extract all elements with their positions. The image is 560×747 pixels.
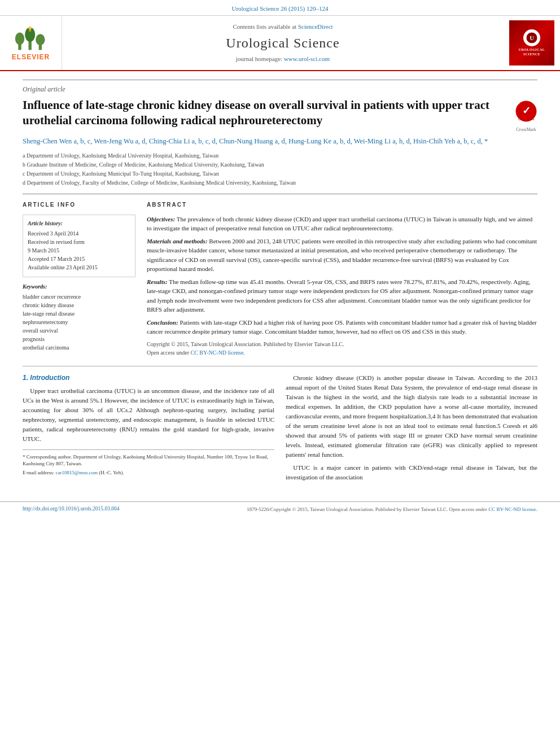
body-para2: Chronic kidney disease (CKD) is another …	[286, 373, 537, 460]
keywords-label: Keywords:	[23, 283, 135, 291]
article-title-section: Influence of late-stage chronic kidney d…	[23, 98, 537, 129]
crossmark-label: CrossMark	[515, 126, 537, 133]
affiliation-d: d Department of Urology, Faculty of Medi…	[23, 178, 537, 187]
keyword-6: prognosis	[23, 335, 135, 343]
objectives-label: Objectives:	[147, 216, 175, 222]
cc-license-link[interactable]: CC BY-NC-ND license.	[190, 350, 244, 356]
svg-text:U: U	[530, 35, 533, 41]
svg-point-5	[36, 34, 45, 45]
two-col-section: ARTICLE INFO Article history: Received 3…	[23, 194, 537, 357]
conclusion-label: Conclusion:	[147, 319, 178, 326]
journal-homepage: journal homepage: www.urol-sci.com	[236, 55, 330, 63]
intro-title: Introduction	[30, 374, 69, 382]
conclusion-text: Patients with late-stage CKD had a highe…	[147, 319, 537, 335]
affiliations: a Department of Urology, Kaohsiung Medic…	[23, 151, 537, 187]
article-content: Original article Influence of late-stage…	[0, 71, 560, 497]
corresponding-text: * Corresponding author. Department of Ur…	[23, 453, 274, 468]
elsevier-wordmark: ELSEVIER	[12, 53, 50, 62]
journal-title-section: Contents lists available at ScienceDirec…	[62, 16, 504, 70]
crossmark[interactable]: ✓ CrossMark CrossMark	[515, 100, 537, 123]
svg-text:CrossMark: CrossMark	[518, 117, 535, 121]
keyword-7: urothelial carcinoma	[23, 344, 135, 352]
article-info-heading: ARTICLE INFO	[23, 201, 135, 209]
footnote-corresponding: * Corresponding author. Department of Ur…	[23, 453, 274, 477]
homepage-label: journal homepage:	[236, 55, 282, 62]
body-para3: UTUC is a major cancer in patients with …	[286, 463, 537, 482]
logo-circle: U	[523, 29, 540, 46]
abstract-column: ABSTRACT Objectives: The prevalence of b…	[147, 201, 537, 357]
bottom-bar: http://dx.doi.org/10.1016/j.urols.2015.0…	[0, 501, 560, 516]
journal-logo-section: U UROLOGICAL SCIENCE	[504, 16, 560, 70]
svg-point-3	[15, 33, 24, 45]
open-access-label: Open access under	[147, 350, 189, 356]
sciencedirect-anchor[interactable]: ScienceDirect	[298, 23, 333, 30]
objectives-text: The prevalence of both chronic kidney di…	[147, 216, 532, 232]
doi-link[interactable]: http://dx.doi.org/10.1016/j.urols.2015.0…	[23, 506, 120, 512]
journal-title: Urological Science	[226, 34, 339, 53]
email-label: E-mail address:	[23, 470, 54, 475]
conclusion-para: Conclusion: Patients with late-stage CKD…	[147, 318, 537, 337]
article-history-label: Article history:	[28, 220, 130, 228]
keyword-1: bladder cancer recurrence	[23, 293, 135, 301]
abstract-heading: ABSTRACT	[147, 201, 537, 209]
svg-point-7	[28, 27, 31, 29]
journal-banner: Urological Science 26 (2015) 120–124	[0, 0, 560, 16]
results-para: Results: The median follow-up time was 4…	[147, 277, 537, 314]
intro-section-title: 1. Introduction	[23, 373, 274, 383]
intro-body-text: Upper tract urothelial carcinoma (UTUC) …	[23, 386, 274, 444]
footnotes-section: * Corresponding author. Department of Ur…	[23, 449, 274, 477]
methods-label: Materials and methods:	[147, 238, 208, 244]
copyright-text: Copyright © 2015, Taiwan Urological Asso…	[147, 340, 537, 357]
results-label: Results:	[147, 278, 168, 285]
page: Urological Science 26 (2015) 120–124	[0, 0, 560, 747]
objectives-para: Objectives: The prevalence of both chron…	[147, 215, 537, 233]
logo-text-line2: SCIENCE	[523, 53, 540, 57]
keywords-list: bladder cancer recurrence chronic kidney…	[23, 293, 135, 352]
doi-line: http://dx.doi.org/10.1016/j.urols.2015.0…	[23, 505, 120, 513]
journal-header: ELSEVIER Contents lists available at Sci…	[0, 16, 560, 71]
keyword-5: overall survival	[23, 327, 135, 335]
issn-line: 1879-5226/Copyright © 2015, Taiwan Urolo…	[247, 506, 537, 513]
article-type: Original article	[23, 80, 537, 94]
received-date: Received 3 April 2014	[28, 230, 130, 238]
elsevier-logo: ELSEVIER	[11, 24, 51, 62]
journal-citation: Urological Science 26 (2015) 120–124	[231, 5, 328, 12]
email-link[interactable]: car10815@msn.com	[55, 470, 98, 475]
affiliation-a: a Department of Urology, Kaohsiung Medic…	[23, 151, 537, 160]
article-history-box: Article history: Received 3 April 2014 R…	[23, 215, 135, 277]
sciencedirect-label: Contents lists available at	[233, 23, 296, 30]
results-text: The median follow-up time was 45.41 mont…	[147, 278, 533, 313]
elsevier-logo-section: ELSEVIER	[0, 16, 62, 70]
email-line: E-mail address: car10815@msn.com (H.-C. …	[23, 469, 274, 477]
body-col-right: Chronic kidney disease (CKD) is another …	[286, 373, 537, 486]
crossmark-icon: ✓ CrossMark	[515, 100, 537, 123]
revised-date: 9 March 2015	[28, 247, 130, 255]
issn-text: 1879-5226/Copyright © 2015, Taiwan Urolo…	[247, 506, 487, 512]
svg-text:✓: ✓	[522, 105, 531, 116]
logo-icon: U	[525, 31, 539, 45]
keywords-section: Keywords: bladder cancer recurrence chro…	[23, 283, 135, 352]
available-online: Available online 23 April 2015	[28, 264, 130, 272]
logo-text-line1: UROLOGICAL	[519, 48, 545, 53]
bottom-cc-link[interactable]: CC BY-NC-ND license.	[488, 506, 537, 512]
affiliation-c: c Department of Urology, Kaohsiung Munic…	[23, 169, 537, 178]
journal-logo-box: U UROLOGICAL SCIENCE	[509, 20, 554, 65]
homepage-link[interactable]: www.urol-sci.com	[284, 55, 330, 62]
received-revised-label: Received in revised form	[28, 238, 130, 246]
methods-para: Materials and methods: Between 2000 and …	[147, 237, 537, 274]
body-right-text: Chronic kidney disease (CKD) is another …	[286, 373, 537, 483]
copyright-statement: Copyright © 2015, Taiwan Urological Asso…	[147, 341, 344, 347]
affiliation-b: b Graduate Institute of Medicine, Colleg…	[23, 160, 537, 169]
abstract-text: Objectives: The prevalence of both chron…	[147, 215, 537, 357]
keyword-4: nephroureterectomy	[23, 318, 135, 326]
intro-number: 1.	[23, 374, 30, 382]
article-title: Influence of late-stage chronic kidney d…	[23, 98, 506, 129]
accepted-date: Accepted 17 March 2015	[28, 255, 130, 263]
article-info-column: ARTICLE INFO Article history: Received 3…	[23, 201, 135, 357]
keyword-3: late-stage renal disease	[23, 310, 135, 318]
keyword-2: chronic kidney disease	[23, 302, 135, 309]
elsevier-tree-graphic	[11, 24, 51, 53]
body-col-left: 1. Introduction Upper tract urothelial c…	[23, 373, 274, 486]
email-suffix: (H.-C. Yeh).	[99, 470, 124, 475]
sciencedirect-link[interactable]: Contents lists available at ScienceDirec…	[233, 23, 333, 31]
